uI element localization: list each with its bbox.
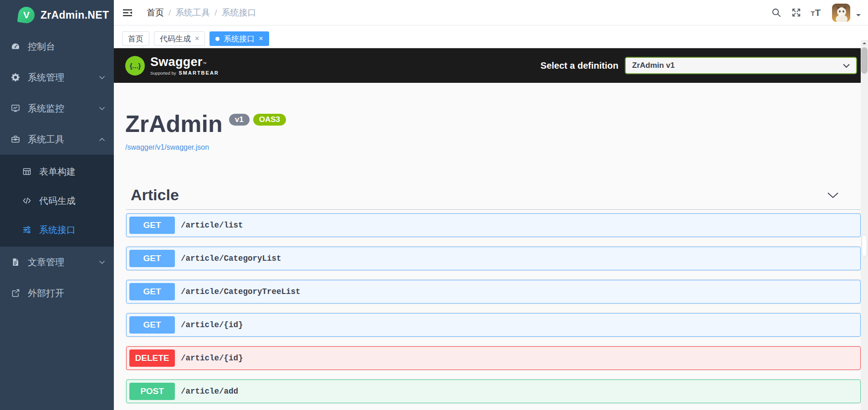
definition-select-group: Select a definition ZrAdmin v1 bbox=[541, 57, 857, 74]
tags-view-bar: 首页 代码生成 × 系统接口 × bbox=[114, 25, 868, 48]
navbar-actions: TT bbox=[771, 4, 861, 22]
tab-label: 代码生成 bbox=[160, 34, 191, 44]
sidebar-item-dashboard[interactable]: 控制台 bbox=[0, 31, 114, 62]
app-logo[interactable]: V ZrAdmin.NET bbox=[0, 0, 114, 30]
section-title: Article bbox=[131, 186, 179, 204]
sidebar-item-label: 表单构建 bbox=[39, 166, 76, 178]
sidebar-submenu-system-tools: 表单构建 代码生成 系统接口 bbox=[0, 155, 114, 247]
chevron-down-icon bbox=[843, 64, 850, 68]
endpoint-row[interactable]: POST /article/add bbox=[126, 380, 861, 403]
sidebar-menu: 控制台 系统管理 系统监控 系统工具 bbox=[0, 30, 114, 309]
endpoint-row[interactable]: GET /article/{id} bbox=[126, 313, 861, 337]
breadcrumb: 首页 / 系统工具 / 系统接口 bbox=[147, 7, 256, 19]
swagger-topbar: {…} Swagger ™ Supported by SMARTBEAR Sel… bbox=[114, 48, 865, 83]
chevron-down-icon bbox=[99, 107, 105, 110]
main-area: 首页 / 系统工具 / 系统接口 TT bbox=[114, 0, 868, 410]
tab-label: 首页 bbox=[128, 34, 143, 44]
scrollbar-up-arrow[interactable] bbox=[863, 42, 866, 44]
sidebar-item-article-admin[interactable]: 文章管理 bbox=[0, 247, 114, 278]
sidebar-item-system-tools[interactable]: 系统工具 bbox=[0, 124, 114, 155]
api-title: ZrAdmin bbox=[125, 112, 223, 136]
search-icon[interactable] bbox=[771, 7, 781, 18]
chevron-down-icon[interactable] bbox=[827, 192, 839, 198]
sidebar-item-system-admin[interactable]: 系统管理 bbox=[0, 62, 114, 93]
sidebar-item-label: 系统管理 bbox=[28, 71, 64, 84]
tab-system-api[interactable]: 系统接口 × bbox=[209, 31, 269, 46]
avatar[interactable] bbox=[832, 4, 850, 22]
font-size-icon[interactable]: TT bbox=[811, 7, 821, 18]
sliders-icon bbox=[22, 225, 31, 234]
app-logo-letter: V bbox=[23, 10, 30, 20]
endpoint-path: /article/add bbox=[181, 387, 238, 396]
tab-label: 系统接口 bbox=[224, 34, 255, 44]
sidebar: V ZrAdmin.NET 控制台 系统管理 系统监控 bbox=[0, 0, 114, 410]
method-badge: GET bbox=[129, 316, 175, 334]
chevron-down-icon bbox=[99, 261, 105, 264]
endpoint-path: /article/{id} bbox=[181, 354, 243, 363]
chevron-down-icon bbox=[99, 76, 105, 79]
breadcrumb-separator: / bbox=[168, 8, 171, 18]
endpoint-row[interactable]: GET /article/list bbox=[126, 213, 861, 237]
fullscreen-icon[interactable] bbox=[791, 7, 802, 18]
endpoint-list: GET /article/list GET /article/CategoryL… bbox=[126, 210, 861, 403]
endpoint-path: /article/CategoryList bbox=[181, 254, 281, 263]
app-title: ZrAdmin.NET bbox=[41, 9, 109, 21]
sidebar-item-label: 系统工具 bbox=[28, 133, 64, 146]
sidebar-item-form-builder[interactable]: 表单构建 bbox=[0, 157, 114, 186]
oas3-badge: OAS3 bbox=[253, 114, 286, 126]
tab-code-generation[interactable]: 代码生成 × bbox=[154, 31, 205, 46]
breadcrumb-home[interactable]: 首页 bbox=[147, 7, 164, 19]
method-badge: GET bbox=[129, 283, 175, 300]
sidebar-item-label: 代码生成 bbox=[39, 195, 76, 207]
sidebar-item-label: 系统接口 bbox=[39, 224, 76, 236]
sidebar-item-system-monitor[interactable]: 系统监控 bbox=[0, 93, 114, 124]
app-logo-icon: V bbox=[17, 6, 36, 25]
endpoint-row[interactable]: DELETE /article/{id} bbox=[126, 346, 861, 370]
section-header[interactable]: Article bbox=[126, 186, 861, 210]
dashboard-icon bbox=[11, 42, 20, 51]
active-tab-dot bbox=[215, 37, 220, 41]
chevron-up-icon bbox=[99, 138, 105, 141]
scrollbar-thumb[interactable] bbox=[861, 47, 868, 74]
trademark-symbol: ™ bbox=[203, 61, 207, 66]
code-icon bbox=[22, 196, 31, 205]
sidebar-collapse-icon[interactable] bbox=[122, 7, 133, 18]
sidebar-item-system-api[interactable]: 系统接口 bbox=[0, 215, 114, 244]
sidebar-item-code-generation[interactable]: 代码生成 bbox=[0, 186, 114, 215]
gear-icon bbox=[11, 73, 20, 82]
method-badge: GET bbox=[129, 250, 175, 267]
version-badge: v1 bbox=[229, 114, 250, 126]
definition-select-label: Select a definition bbox=[541, 61, 618, 71]
selected-definition: ZrAdmin v1 bbox=[632, 61, 675, 70]
smartbear-label: SMARTBEAR bbox=[179, 70, 219, 76]
method-badge: POST bbox=[129, 383, 175, 400]
breadcrumb-system-api: 系统接口 bbox=[222, 7, 256, 19]
spec-url-link[interactable]: /swagger/v1/swagger.json bbox=[125, 143, 209, 152]
method-badge: DELETE bbox=[129, 349, 175, 367]
close-icon[interactable]: × bbox=[195, 35, 199, 42]
document-icon bbox=[11, 258, 20, 267]
sidebar-item-external-open[interactable]: 外部打开 bbox=[0, 278, 114, 309]
sidebar-item-label: 系统监控 bbox=[28, 102, 64, 115]
swagger-logo-icon: {…} bbox=[125, 56, 145, 76]
external-link-icon bbox=[11, 289, 20, 298]
sidebar-item-label: 控制台 bbox=[28, 40, 55, 53]
endpoint-path: /article/CategoryTreeList bbox=[181, 287, 301, 296]
tab-home[interactable]: 首页 bbox=[122, 31, 149, 46]
toolbox-icon bbox=[11, 135, 20, 144]
definition-select[interactable]: ZrAdmin v1 bbox=[625, 57, 857, 74]
endpoint-path: /article/{id} bbox=[181, 320, 243, 329]
endpoint-row[interactable]: GET /article/CategoryList bbox=[126, 247, 861, 270]
endpoint-row[interactable]: GET /article/CategoryTreeList bbox=[126, 280, 861, 304]
swagger-logo[interactable]: {…} Swagger ™ Supported by SMARTBEAR bbox=[125, 56, 219, 76]
table-icon bbox=[22, 167, 31, 176]
supported-by-label: Supported by bbox=[150, 71, 176, 76]
sidebar-item-label: 外部打开 bbox=[28, 287, 64, 299]
caret-down-icon[interactable] bbox=[856, 14, 861, 19]
swagger-brand: Swagger bbox=[150, 56, 203, 68]
api-section-article: Article GET /article/list GET /article/C… bbox=[126, 186, 861, 403]
swagger-ui: {…} Swagger ™ Supported by SMARTBEAR Sel… bbox=[114, 48, 868, 410]
close-icon[interactable]: × bbox=[259, 35, 263, 42]
api-info: ZrAdmin v1 OAS3 /swagger/v1/swagger.json bbox=[114, 83, 868, 152]
breadcrumb-separator: / bbox=[214, 8, 217, 18]
